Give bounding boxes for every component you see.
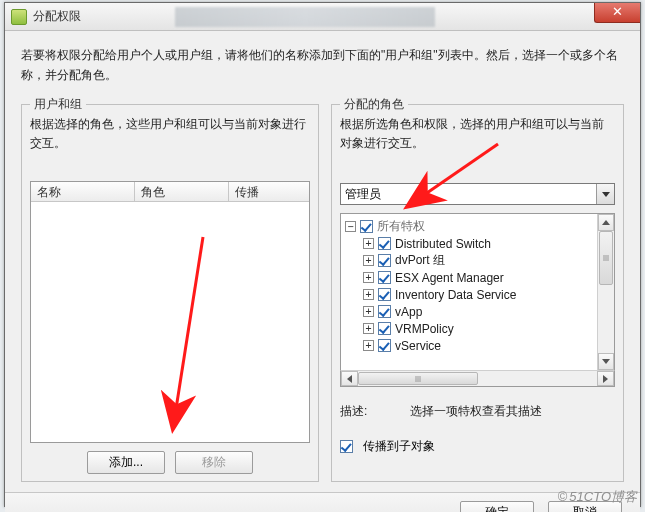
tree-label: dvPort 组 xyxy=(395,252,445,269)
tree-expander[interactable]: + xyxy=(363,306,374,317)
tree-row[interactable]: + Inventory Data Service xyxy=(345,286,597,303)
role-select[interactable] xyxy=(340,183,615,205)
app-icon xyxy=(11,9,27,25)
propagate-row: 传播到子对象 xyxy=(340,438,615,455)
scroll-left-button[interactable] xyxy=(341,371,358,386)
column-role[interactable]: 角色 xyxy=(135,182,229,201)
chevron-down-icon xyxy=(602,192,610,197)
tree-checkbox[interactable] xyxy=(378,254,391,267)
titlebar-blur xyxy=(175,7,435,27)
tree-expander[interactable]: + xyxy=(363,289,374,300)
cancel-button[interactable]: 取消 xyxy=(548,501,622,512)
scroll-right-button[interactable] xyxy=(597,371,614,386)
chevron-right-icon xyxy=(603,375,608,383)
scroll-thumb[interactable] xyxy=(358,372,478,385)
column-propagate[interactable]: 传播 xyxy=(229,182,309,201)
chevron-down-icon xyxy=(602,359,610,364)
tree-row[interactable]: + Distributed Switch xyxy=(345,235,597,252)
propagate-checkbox[interactable] xyxy=(340,440,353,453)
tree-label: vApp xyxy=(395,305,422,319)
privilege-tree[interactable]: − 所有特权 + Distributed Switch + dvP xyxy=(340,213,615,371)
panel-users-groups: 用户和组 根据选择的角色，这些用户和组可以与当前对象进行交互。 名称 角色 传播… xyxy=(21,104,319,482)
scroll-grip-icon xyxy=(603,256,609,261)
tree-label: Distributed Switch xyxy=(395,237,491,251)
titlebar: 分配权限 ✕ xyxy=(5,3,640,31)
tree-checkbox[interactable] xyxy=(378,305,391,318)
tree-row[interactable]: + vApp xyxy=(345,303,597,320)
panel-users-legend: 用户和组 xyxy=(30,96,86,113)
description-value: 选择一项特权查看其描述 xyxy=(410,403,542,420)
role-select-input[interactable] xyxy=(341,184,596,204)
tree-label: vService xyxy=(395,339,441,353)
scroll-track[interactable] xyxy=(358,371,597,386)
window-close-button[interactable]: ✕ xyxy=(594,3,640,23)
column-name[interactable]: 名称 xyxy=(31,182,135,201)
tree-row[interactable]: + ESX Agent Manager xyxy=(345,269,597,286)
tree-checkbox[interactable] xyxy=(378,237,391,250)
panel-role-desc: 根据所选角色和权限，选择的用户和组可以与当前对象进行交互。 xyxy=(340,115,615,153)
chevron-up-icon xyxy=(602,220,610,225)
panels: 用户和组 根据选择的角色，这些用户和组可以与当前对象进行交互。 名称 角色 传播… xyxy=(21,104,624,482)
scroll-track[interactable] xyxy=(598,231,614,353)
tree-checkbox[interactable] xyxy=(378,339,391,352)
panel-users-desc: 根据选择的角色，这些用户和组可以与当前对象进行交互。 xyxy=(30,115,310,153)
tree-root-checkbox[interactable] xyxy=(360,220,373,233)
chevron-left-icon xyxy=(347,375,352,383)
scroll-down-button[interactable] xyxy=(598,353,614,370)
users-listview-header: 名称 角色 传播 xyxy=(31,182,309,202)
panel-role-legend: 分配的角色 xyxy=(340,96,408,113)
scroll-up-button[interactable] xyxy=(598,214,614,231)
tree-expander[interactable]: + xyxy=(363,255,374,266)
tree-label: ESX Agent Manager xyxy=(395,271,504,285)
tree-row[interactable]: + vService xyxy=(345,337,597,354)
window-title: 分配权限 xyxy=(33,8,81,25)
dialog-window: 分配权限 ✕ 若要将权限分配给用户个人或用户组，请将他们的名称添加到下面的"用户… xyxy=(4,2,641,507)
scroll-thumb[interactable] xyxy=(599,231,613,285)
intro-text: 若要将权限分配给用户个人或用户组，请将他们的名称添加到下面的"用户和组"列表中。… xyxy=(21,45,624,86)
tree-row[interactable]: + VRMPolicy xyxy=(345,320,597,337)
dialog-footer: 确定 取消 xyxy=(5,492,640,512)
propagate-label: 传播到子对象 xyxy=(363,438,435,455)
tree-root-expander[interactable]: − xyxy=(345,221,356,232)
tree-root-row[interactable]: − 所有特权 xyxy=(345,218,597,235)
tree-expander[interactable]: + xyxy=(363,272,374,283)
tree-root-label: 所有特权 xyxy=(377,218,425,235)
privilege-description-row: 描述: 选择一项特权查看其描述 xyxy=(340,403,615,420)
description-label: 描述: xyxy=(340,403,396,420)
tree-expander[interactable]: + xyxy=(363,340,374,351)
tree-row[interactable]: + dvPort 组 xyxy=(345,252,597,269)
role-select-dropdown-button[interactable] xyxy=(596,184,614,204)
privilege-tree-viewport[interactable]: − 所有特权 + Distributed Switch + dvP xyxy=(341,214,597,370)
tree-expander[interactable]: + xyxy=(363,238,374,249)
add-button[interactable]: 添加... xyxy=(87,451,165,474)
users-buttons: 添加... 移除 xyxy=(30,451,310,474)
tree-checkbox[interactable] xyxy=(378,271,391,284)
tree-expander[interactable]: + xyxy=(363,323,374,334)
ok-button[interactable]: 确定 xyxy=(460,501,534,512)
tree-checkbox[interactable] xyxy=(378,288,391,301)
tree-label: VRMPolicy xyxy=(395,322,454,336)
close-icon: ✕ xyxy=(612,4,623,19)
dialog-content: 若要将权限分配给用户个人或用户组，请将他们的名称添加到下面的"用户和组"列表中。… xyxy=(5,31,640,492)
remove-button[interactable]: 移除 xyxy=(175,451,253,474)
tree-label: Inventory Data Service xyxy=(395,288,516,302)
tree-checkbox[interactable] xyxy=(378,322,391,335)
scroll-grip-icon xyxy=(416,376,421,382)
users-listview-body[interactable] xyxy=(31,202,309,442)
tree-vertical-scrollbar[interactable] xyxy=(597,214,614,370)
tree-horizontal-scrollbar[interactable] xyxy=(340,370,615,387)
panel-assigned-role: 分配的角色 根据所选角色和权限，选择的用户和组可以与当前对象进行交互。 − 所有… xyxy=(331,104,624,482)
users-listview[interactable]: 名称 角色 传播 xyxy=(30,181,310,443)
